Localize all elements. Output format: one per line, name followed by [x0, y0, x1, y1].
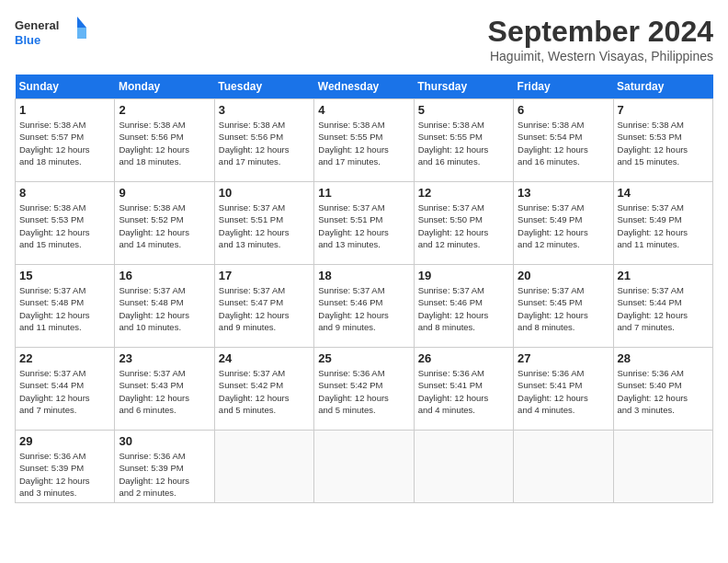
day-info: Sunrise: 5:37 AM Sunset: 5:46 PM Dayligh…: [318, 284, 409, 333]
day-info: Sunrise: 5:38 AM Sunset: 5:56 PM Dayligh…: [219, 119, 310, 167]
calendar-table: Sunday Monday Tuesday Wednesday Thursday…: [15, 75, 713, 503]
day-number: 15: [19, 269, 110, 282]
table-row: 9Sunrise: 5:38 AM Sunset: 5:52 PM Daylig…: [115, 182, 214, 265]
day-info: Sunrise: 5:38 AM Sunset: 5:52 PM Dayligh…: [119, 201, 210, 250]
logo: General Blue: [15, 15, 88, 52]
day-number: 14: [618, 186, 709, 200]
day-info: Sunrise: 5:36 AM Sunset: 5:41 PM Dayligh…: [418, 367, 509, 416]
calendar-week-row: 22Sunrise: 5:37 AM Sunset: 5:44 PM Dayli…: [16, 348, 713, 431]
day-info: Sunrise: 5:37 AM Sunset: 5:46 PM Dayligh…: [418, 284, 509, 333]
table-row: 14Sunrise: 5:37 AM Sunset: 5:49 PM Dayli…: [613, 182, 712, 265]
day-number: 12: [418, 186, 509, 200]
day-number: 1: [19, 103, 110, 117]
day-number: 26: [418, 351, 509, 365]
day-info: Sunrise: 5:37 AM Sunset: 5:49 PM Dayligh…: [618, 201, 709, 250]
table-row: 23Sunrise: 5:37 AM Sunset: 5:43 PM Dayli…: [115, 348, 214, 431]
table-row: 5Sunrise: 5:38 AM Sunset: 5:55 PM Daylig…: [414, 99, 513, 182]
day-number: 5: [418, 103, 509, 117]
table-row: 16Sunrise: 5:37 AM Sunset: 5:48 PM Dayli…: [115, 265, 214, 348]
table-row: 29Sunrise: 5:36 AM Sunset: 5:39 PM Dayli…: [16, 431, 115, 503]
day-info: Sunrise: 5:37 AM Sunset: 5:51 PM Dayligh…: [219, 201, 310, 250]
table-row: 6Sunrise: 5:38 AM Sunset: 5:54 PM Daylig…: [514, 99, 613, 182]
table-row: 15Sunrise: 5:37 AM Sunset: 5:48 PM Dayli…: [16, 265, 115, 348]
day-info: Sunrise: 5:36 AM Sunset: 5:39 PM Dayligh…: [19, 450, 110, 499]
day-number: 3: [219, 103, 310, 117]
table-row: 19Sunrise: 5:37 AM Sunset: 5:46 PM Dayli…: [414, 265, 513, 348]
day-number: 27: [518, 351, 609, 365]
table-row: 7Sunrise: 5:38 AM Sunset: 5:53 PM Daylig…: [613, 99, 712, 182]
day-info: Sunrise: 5:38 AM Sunset: 5:57 PM Dayligh…: [19, 119, 110, 167]
day-info: Sunrise: 5:37 AM Sunset: 5:48 PM Dayligh…: [19, 284, 110, 333]
table-row: 4Sunrise: 5:38 AM Sunset: 5:55 PM Daylig…: [314, 99, 414, 182]
table-row: 10Sunrise: 5:37 AM Sunset: 5:51 PM Dayli…: [214, 182, 313, 265]
table-row: [613, 431, 712, 503]
table-row: 27Sunrise: 5:36 AM Sunset: 5:41 PM Dayli…: [514, 348, 613, 431]
day-info: Sunrise: 5:38 AM Sunset: 5:55 PM Dayligh…: [318, 119, 409, 167]
day-info: Sunrise: 5:37 AM Sunset: 5:48 PM Dayligh…: [119, 284, 210, 333]
table-row: [214, 431, 313, 503]
day-number: 7: [618, 103, 709, 117]
day-number: 28: [618, 351, 709, 365]
table-row: 21Sunrise: 5:37 AM Sunset: 5:44 PM Dayli…: [613, 265, 712, 348]
day-number: 20: [518, 269, 609, 282]
day-number: 11: [318, 186, 409, 200]
svg-text:General: General: [15, 18, 59, 32]
day-number: 10: [219, 186, 310, 200]
day-info: Sunrise: 5:36 AM Sunset: 5:40 PM Dayligh…: [618, 367, 709, 416]
table-row: 13Sunrise: 5:37 AM Sunset: 5:49 PM Dayli…: [514, 182, 613, 265]
title-area: September 2024 Haguimit, Western Visayas…: [488, 15, 713, 63]
day-info: Sunrise: 5:37 AM Sunset: 5:42 PM Dayligh…: [219, 367, 310, 416]
col-friday: Friday: [514, 75, 613, 99]
table-row: [314, 431, 414, 503]
table-row: 1Sunrise: 5:38 AM Sunset: 5:57 PM Daylig…: [16, 99, 115, 182]
day-number: 21: [618, 269, 709, 282]
logo-svg: General Blue: [15, 15, 88, 52]
table-row: 17Sunrise: 5:37 AM Sunset: 5:47 PM Dayli…: [214, 265, 313, 348]
day-number: 8: [19, 186, 110, 200]
table-row: 3Sunrise: 5:38 AM Sunset: 5:56 PM Daylig…: [214, 99, 313, 182]
col-monday: Monday: [115, 75, 214, 99]
table-row: 25Sunrise: 5:36 AM Sunset: 5:42 PM Dayli…: [314, 348, 414, 431]
day-number: 9: [119, 186, 210, 200]
table-row: 18Sunrise: 5:37 AM Sunset: 5:46 PM Dayli…: [314, 265, 414, 348]
table-row: [414, 431, 513, 503]
svg-marker-2: [77, 17, 86, 28]
table-row: 28Sunrise: 5:36 AM Sunset: 5:40 PM Dayli…: [613, 348, 712, 431]
day-number: 19: [418, 269, 509, 282]
col-wednesday: Wednesday: [314, 75, 414, 99]
day-info: Sunrise: 5:38 AM Sunset: 5:53 PM Dayligh…: [618, 119, 709, 167]
day-info: Sunrise: 5:38 AM Sunset: 5:54 PM Dayligh…: [518, 119, 609, 167]
calendar-week-row: 29Sunrise: 5:36 AM Sunset: 5:39 PM Dayli…: [16, 431, 713, 503]
day-number: 13: [518, 186, 609, 200]
table-row: 26Sunrise: 5:36 AM Sunset: 5:41 PM Dayli…: [414, 348, 513, 431]
table-row: 11Sunrise: 5:37 AM Sunset: 5:51 PM Dayli…: [314, 182, 414, 265]
day-number: 24: [219, 351, 310, 365]
day-number: 16: [119, 269, 210, 282]
col-thursday: Thursday: [414, 75, 513, 99]
day-info: Sunrise: 5:37 AM Sunset: 5:47 PM Dayligh…: [219, 284, 310, 333]
day-info: Sunrise: 5:37 AM Sunset: 5:49 PM Dayligh…: [518, 201, 609, 250]
day-info: Sunrise: 5:37 AM Sunset: 5:51 PM Dayligh…: [318, 201, 409, 250]
day-number: 4: [318, 103, 409, 117]
day-number: 17: [219, 269, 310, 282]
day-info: Sunrise: 5:37 AM Sunset: 5:43 PM Dayligh…: [119, 367, 210, 416]
calendar-week-row: 1Sunrise: 5:38 AM Sunset: 5:57 PM Daylig…: [16, 99, 713, 182]
calendar-week-row: 15Sunrise: 5:37 AM Sunset: 5:48 PM Dayli…: [16, 265, 713, 348]
day-number: 25: [318, 351, 409, 365]
table-row: 12Sunrise: 5:37 AM Sunset: 5:50 PM Dayli…: [414, 182, 513, 265]
location: Haguimit, Western Visayas, Philippines: [488, 49, 713, 63]
day-number: 22: [19, 351, 110, 365]
day-info: Sunrise: 5:38 AM Sunset: 5:56 PM Dayligh…: [119, 119, 210, 167]
col-sunday: Sunday: [16, 75, 115, 99]
table-row: 24Sunrise: 5:37 AM Sunset: 5:42 PM Dayli…: [214, 348, 313, 431]
day-info: Sunrise: 5:37 AM Sunset: 5:50 PM Dayligh…: [418, 201, 509, 250]
day-info: Sunrise: 5:36 AM Sunset: 5:42 PM Dayligh…: [318, 367, 409, 416]
day-number: 18: [318, 269, 409, 282]
day-number: 23: [119, 351, 210, 365]
day-number: 30: [119, 434, 210, 448]
table-row: [514, 431, 613, 503]
day-info: Sunrise: 5:37 AM Sunset: 5:44 PM Dayligh…: [19, 367, 110, 416]
day-info: Sunrise: 5:37 AM Sunset: 5:45 PM Dayligh…: [518, 284, 609, 333]
table-row: 30Sunrise: 5:36 AM Sunset: 5:39 PM Dayli…: [115, 431, 214, 503]
day-number: 2: [119, 103, 210, 117]
